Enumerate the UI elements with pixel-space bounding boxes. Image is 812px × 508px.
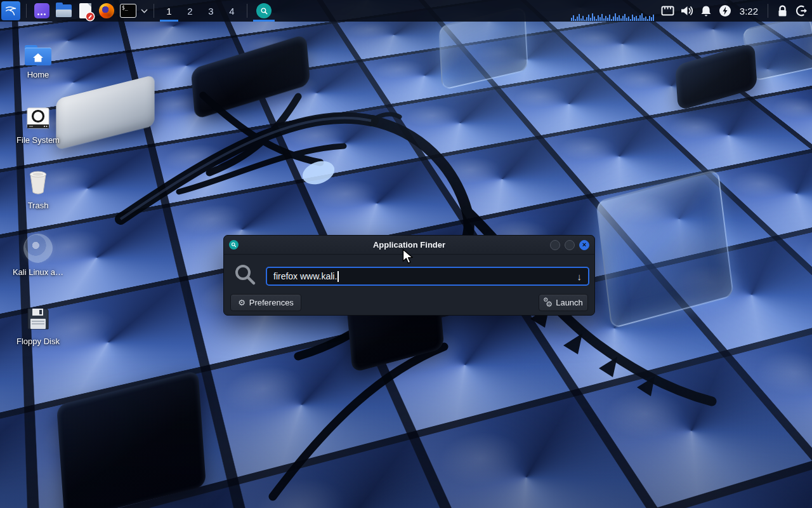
desktop-icon-file-system[interactable]: File System [8,102,69,145]
panel-separator [26,4,27,18]
desktop-icon-trash[interactable]: Trash [8,167,69,210]
chevron-down-icon [141,9,148,13]
search-input-value: firefox www.kali. [273,271,337,281]
lock-icon [777,5,788,17]
desktop-app-icon [34,3,49,18]
close-icon: × [582,241,586,248]
panel-clock[interactable]: 3:22 [735,6,763,17]
gear-icon: ⚙ [238,298,246,307]
floppy-disk-icon [25,303,51,332]
terminal-icon: $_ [120,4,136,18]
cpu-graph-bars [571,12,655,22]
volume-tray-button[interactable] [678,0,697,22]
launch-icon: ⚙ ⚙ [544,298,552,307]
desktop-icon-label: Home [27,70,49,79]
power-icon [719,4,731,17]
power-manager-tray-button[interactable] [716,0,735,22]
launcher-text-editor[interactable] [74,0,96,22]
applications-menu-button[interactable] [1,1,20,20]
desktop-icon-kali-linux[interactable]: Kali Linux a… [8,234,69,277]
workspace-label: 4 [229,6,234,17]
workspace-label: 2 [187,6,192,17]
workspace-button-3[interactable]: 3 [200,0,221,22]
launch-button-label: Launch [556,298,583,307]
volume-icon [680,5,694,17]
workspace-button-1[interactable]: 1 [159,0,180,22]
maximize-button[interactable] [565,240,575,250]
preferences-button[interactable]: ⚙ Preferences [230,294,301,311]
launcher-file-manager[interactable] [53,0,74,22]
hard-drive-icon [25,102,51,131]
workspace-label: 1 [166,6,171,17]
workspace-button-4[interactable]: 4 [221,0,242,22]
minimize-button[interactable] [550,240,560,250]
workspace-label: 3 [208,6,213,17]
workspace-button-2[interactable]: 2 [180,0,200,22]
top-panel: $_ 1 2 3 4 [0,0,812,22]
file-manager-icon [56,4,72,17]
desktop-icon-label: Floppy Disk [16,337,60,346]
lock-screen-button[interactable] [773,0,792,22]
firefox-icon [99,3,114,18]
cpu-graph[interactable] [571,0,655,22]
dropdown-arrow-icon[interactable]: ↓ [577,271,582,282]
search-input[interactable]: firefox www.kali. ↓ [266,267,589,286]
terminal-dropdown[interactable] [139,0,149,22]
log-out-button[interactable] [792,0,811,22]
launch-button[interactable]: ⚙ ⚙ Launch [539,294,588,311]
close-button[interactable]: × [579,240,589,250]
dialog-title: Application Finder [224,240,594,250]
kali-logo-icon [4,4,18,18]
panel-separator [154,4,154,18]
panel-separator [768,4,768,18]
desktop-icon-label: Trash [28,201,49,210]
application-finder-icon [256,3,272,18]
notifications-tray-button[interactable] [697,0,716,22]
application-finder-dialog: Application Finder × firefox www.kali. ↓… [223,235,595,316]
text-editor-icon [79,3,91,18]
search-icon [234,264,257,286]
desktop-icon-label: File System [16,136,60,145]
appfinder-titlebar-icon [229,240,239,250]
log-out-icon [795,4,808,17]
text-caret [337,271,339,282]
system-tray: 3:22 [571,0,812,22]
desktop-icon-home[interactable]: Home [8,36,69,79]
ethernet-icon [661,5,674,17]
launcher-firefox[interactable] [96,0,117,22]
launcher-desktop-app[interactable] [31,0,53,22]
network-tray-button[interactable] [658,0,678,22]
dialog-titlebar[interactable]: Application Finder × [224,236,594,255]
desktop-icon-label: Kali Linux a… [13,268,63,277]
home-folder-icon [25,36,51,65]
desktop-icon-floppy-disk[interactable]: Floppy Disk [8,303,69,346]
panel-separator [247,4,247,18]
appfinder-window-button[interactable] [252,0,276,22]
bell-icon [700,5,712,17]
optical-disc-icon [23,234,53,263]
preferences-button-label: Preferences [249,298,294,307]
trash-bin-icon [24,167,52,196]
launcher-terminal[interactable]: $_ [117,0,139,22]
